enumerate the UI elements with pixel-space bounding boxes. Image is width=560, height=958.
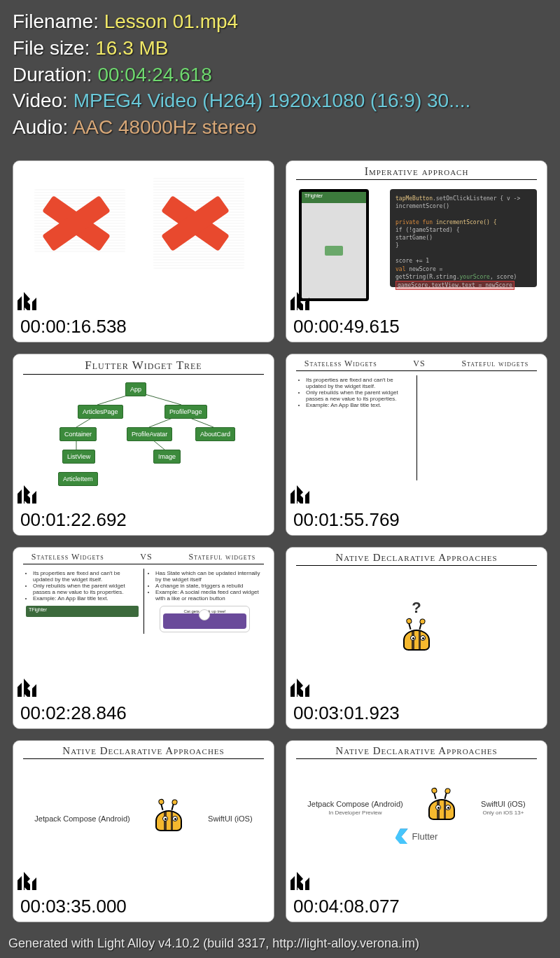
tree-node: AboutCard [195,427,235,441]
timestamp: 00:03:35.000 [13,893,274,922]
thumbnail: 00:00:16.538 [13,160,274,342]
thumbnail-preview: Native Declarative Approaches Jetpack Co… [286,741,547,893]
flutter-logo-icon [396,828,408,844]
thumbnail-preview: Native Declarative Approaches Jetpack Co… [13,741,274,893]
tree-node: ArticlesPage [78,405,123,419]
platform-sublabel: Only on iOS 13+ [481,810,526,816]
bullet: Example: An App Bar title text. [306,402,412,408]
thumbnail: Native Declarative Approaches ? 00:03:01… [286,547,547,729]
slide-title: Stateless Widgets VS Stateful widgets [286,354,547,369]
bee-icon [153,805,185,833]
thumbnail-preview: Imperative approach TFighter tapMeButton… [286,161,547,313]
bullet: A change in state, triggers a rebuild [155,583,261,589]
comparison-columns: Its properties are fixed and can't be up… [23,569,264,634]
bullet: Example: A social media feed card widget… [155,589,261,602]
slide-title: Native Declarative Approaches [13,741,274,757]
generator-footer: Generated with Light Alloy v4.10.2 (buil… [0,932,560,958]
flutter-logo-row: Flutter [396,828,438,844]
tree-node: ArticleItem [58,472,98,486]
bullet: Has State which can be updated internall… [155,570,261,583]
slide-title: Native Declarative Approaches [286,741,547,757]
question-mark: ? [412,599,421,617]
slide-title: Imperative approach [286,161,547,178]
timestamp: 00:01:22.692 [13,506,274,535]
timestamp: 00:00:49.615 [286,313,547,342]
filename-value: Lesson 01.mp4 [104,11,238,32]
timestamp: 00:00:16.538 [13,313,274,342]
thumbnail: Stateless Widgets VS Stateful widgets It… [286,354,547,536]
thumbnail-preview: Stateless Widgets VS Stateful widgets It… [286,354,547,506]
tree-node: Image [153,450,181,464]
bullet: Its properties are fixed and can't be up… [306,377,412,389]
bee-icon [426,793,458,821]
audio-label: Audio: [13,116,73,138]
comparison-columns: Its properties are fixed and can't be up… [296,375,537,480]
tree-node: ProfileAvatar [127,427,172,441]
timestamp: 00:04:08.077 [286,893,547,922]
phone-appbar: TFighter [302,192,366,203]
thumbnail: Native Declarative Approaches Jetpack Co… [13,740,274,922]
flutter-label: Flutter [412,831,438,842]
tree-node: App [125,382,146,396]
video-value: MPEG4 Video (H264) 1920x1080 (16:9) 30..… [74,90,471,111]
rw-logo-icon [290,679,312,697]
duration-value: 00:04:24.618 [97,64,212,85]
thumbnail-grid: 00:00:16.538 Imperative approach TFighte… [0,146,560,928]
rw-logo-icon [18,872,38,890]
platform-label: SwiftUI (iOS) [208,814,253,823]
code-snippet: tapMeButton.setOnClickListener { v -> in… [390,189,537,287]
bullet: Only rebuilds when the parent widget pas… [306,389,412,402]
rw-logo-icon [290,872,312,890]
bullet: Its properties are fixed and can't be up… [33,570,139,583]
rw-logo-icon [290,292,312,310]
thumbnail-preview: Flutter Widget Tree App ArticlesPage Pro… [13,354,274,506]
slide-title: Stateless Widgets VS Stateful widgets [13,548,274,562]
slide-title: Native Declarative Approaches [286,548,547,564]
thumbnail: Flutter Widget Tree App ArticlesPage Pro… [13,354,274,536]
thumbnail-preview: Stateless Widgets VS Stateful widgets It… [13,548,274,700]
rw-logo-icon [18,292,38,310]
rw-logo-icon [18,485,38,504]
red-x-icon [160,192,230,255]
audio-value: AAC 48000Hz stereo [73,116,257,138]
platform-label: SwiftUI (iOS) [481,800,526,808]
timestamp: 00:02:28.846 [13,700,274,728]
platform-label: Jetpack Compose (Android) [34,814,130,823]
filesize-value: 16.3 MB [95,37,168,59]
rw-logo-icon [18,679,38,697]
thumbnail-preview: Native Declarative Approaches ? [286,548,547,700]
card-example: Cat gets stuck up tree! [160,606,250,632]
rw-logo-icon [290,485,312,504]
tree-node: Container [59,427,97,441]
file-info-header: Filename: Lesson 01.mp4 File size: 16.3 … [0,0,560,146]
platform-sublabel: In Developer Preview [307,810,402,816]
bullet: Only rebuilds when the parent widget pas… [33,583,139,595]
bee-icon [400,624,433,652]
thumbnail: Native Declarative Approaches Jetpack Co… [286,740,547,922]
thumbnail: Imperative approach TFighter tapMeButton… [286,160,547,342]
tree-node: ProfilePage [164,405,207,419]
timestamp: 00:01:55.769 [286,506,547,535]
phone-mockup: TFighter [299,189,369,301]
filesize-label: File size: [13,37,95,59]
timestamp: 00:03:01.923 [286,700,547,728]
thumbnail-preview [13,161,274,313]
thumbnail: Stateless Widgets VS Stateful widgets It… [13,547,274,729]
red-x-icon [41,192,111,255]
tree-node: ListView [62,450,95,464]
phone-button [325,246,343,256]
video-label: Video: [13,90,74,111]
duration-label: Duration: [13,64,97,85]
appbar-example: TFighter [26,606,139,617]
bullet: Example: An App Bar title text. [33,595,139,602]
platform-label: Jetpack Compose (Android) [307,800,402,808]
filename-label: Filename: [13,11,104,32]
